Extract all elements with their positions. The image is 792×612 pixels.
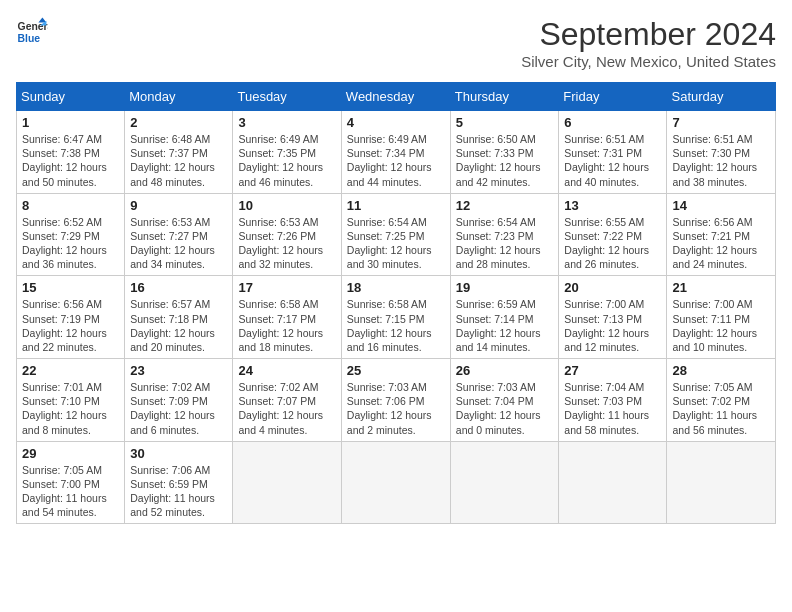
- day-info: Sunrise: 7:03 AM Sunset: 7:04 PM Dayligh…: [456, 380, 554, 437]
- calendar-cell: 19Sunrise: 6:59 AM Sunset: 7:14 PM Dayli…: [450, 276, 559, 359]
- calendar-cell: 30Sunrise: 7:06 AM Sunset: 6:59 PM Dayli…: [125, 441, 233, 524]
- day-number: 29: [22, 446, 119, 461]
- day-number: 21: [672, 280, 770, 295]
- day-info: Sunrise: 6:56 AM Sunset: 7:19 PM Dayligh…: [22, 297, 119, 354]
- day-info: Sunrise: 6:58 AM Sunset: 7:15 PM Dayligh…: [347, 297, 445, 354]
- day-info: Sunrise: 6:59 AM Sunset: 7:14 PM Dayligh…: [456, 297, 554, 354]
- day-number: 30: [130, 446, 227, 461]
- day-number: 22: [22, 363, 119, 378]
- day-info: Sunrise: 7:00 AM Sunset: 7:11 PM Dayligh…: [672, 297, 770, 354]
- day-info: Sunrise: 7:04 AM Sunset: 7:03 PM Dayligh…: [564, 380, 661, 437]
- day-info: Sunrise: 6:54 AM Sunset: 7:23 PM Dayligh…: [456, 215, 554, 272]
- day-number: 24: [238, 363, 335, 378]
- calendar-header-row: SundayMondayTuesdayWednesdayThursdayFrid…: [17, 83, 776, 111]
- day-header-monday: Monday: [125, 83, 233, 111]
- day-info: Sunrise: 6:54 AM Sunset: 7:25 PM Dayligh…: [347, 215, 445, 272]
- calendar-cell: 7Sunrise: 6:51 AM Sunset: 7:30 PM Daylig…: [667, 111, 776, 194]
- day-number: 9: [130, 198, 227, 213]
- day-header-wednesday: Wednesday: [341, 83, 450, 111]
- calendar-cell: 29Sunrise: 7:05 AM Sunset: 7:00 PM Dayli…: [17, 441, 125, 524]
- day-number: 7: [672, 115, 770, 130]
- day-info: Sunrise: 7:02 AM Sunset: 7:07 PM Dayligh…: [238, 380, 335, 437]
- day-header-sunday: Sunday: [17, 83, 125, 111]
- day-number: 27: [564, 363, 661, 378]
- calendar-cell: 27Sunrise: 7:04 AM Sunset: 7:03 PM Dayli…: [559, 359, 667, 442]
- day-number: 16: [130, 280, 227, 295]
- day-info: Sunrise: 6:47 AM Sunset: 7:38 PM Dayligh…: [22, 132, 119, 189]
- day-info: Sunrise: 7:02 AM Sunset: 7:09 PM Dayligh…: [130, 380, 227, 437]
- day-number: 18: [347, 280, 445, 295]
- svg-text:Blue: Blue: [18, 33, 41, 44]
- calendar-cell: 4Sunrise: 6:49 AM Sunset: 7:34 PM Daylig…: [341, 111, 450, 194]
- day-info: Sunrise: 6:52 AM Sunset: 7:29 PM Dayligh…: [22, 215, 119, 272]
- calendar-week-row: 29Sunrise: 7:05 AM Sunset: 7:00 PM Dayli…: [17, 441, 776, 524]
- day-header-saturday: Saturday: [667, 83, 776, 111]
- day-number: 14: [672, 198, 770, 213]
- day-info: Sunrise: 7:06 AM Sunset: 6:59 PM Dayligh…: [130, 463, 227, 520]
- day-number: 1: [22, 115, 119, 130]
- calendar-cell: 16Sunrise: 6:57 AM Sunset: 7:18 PM Dayli…: [125, 276, 233, 359]
- calendar-cell: [559, 441, 667, 524]
- calendar-cell: 5Sunrise: 6:50 AM Sunset: 7:33 PM Daylig…: [450, 111, 559, 194]
- calendar-cell: 20Sunrise: 7:00 AM Sunset: 7:13 PM Dayli…: [559, 276, 667, 359]
- day-header-tuesday: Tuesday: [233, 83, 341, 111]
- day-info: Sunrise: 6:49 AM Sunset: 7:35 PM Dayligh…: [238, 132, 335, 189]
- calendar-week-row: 22Sunrise: 7:01 AM Sunset: 7:10 PM Dayli…: [17, 359, 776, 442]
- day-info: Sunrise: 6:55 AM Sunset: 7:22 PM Dayligh…: [564, 215, 661, 272]
- calendar-cell: 15Sunrise: 6:56 AM Sunset: 7:19 PM Dayli…: [17, 276, 125, 359]
- calendar-cell: 21Sunrise: 7:00 AM Sunset: 7:11 PM Dayli…: [667, 276, 776, 359]
- day-number: 26: [456, 363, 554, 378]
- day-info: Sunrise: 6:57 AM Sunset: 7:18 PM Dayligh…: [130, 297, 227, 354]
- calendar-cell: 23Sunrise: 7:02 AM Sunset: 7:09 PM Dayli…: [125, 359, 233, 442]
- day-number: 3: [238, 115, 335, 130]
- location: Silver City, New Mexico, United States: [521, 53, 776, 70]
- calendar-week-row: 8Sunrise: 6:52 AM Sunset: 7:29 PM Daylig…: [17, 193, 776, 276]
- calendar-cell: [450, 441, 559, 524]
- calendar-cell: 13Sunrise: 6:55 AM Sunset: 7:22 PM Dayli…: [559, 193, 667, 276]
- day-number: 4: [347, 115, 445, 130]
- day-info: Sunrise: 6:51 AM Sunset: 7:31 PM Dayligh…: [564, 132, 661, 189]
- calendar-cell: [667, 441, 776, 524]
- day-number: 19: [456, 280, 554, 295]
- day-header-thursday: Thursday: [450, 83, 559, 111]
- calendar-cell: 25Sunrise: 7:03 AM Sunset: 7:06 PM Dayli…: [341, 359, 450, 442]
- day-number: 8: [22, 198, 119, 213]
- day-info: Sunrise: 6:53 AM Sunset: 7:27 PM Dayligh…: [130, 215, 227, 272]
- day-number: 6: [564, 115, 661, 130]
- calendar-cell: 14Sunrise: 6:56 AM Sunset: 7:21 PM Dayli…: [667, 193, 776, 276]
- day-number: 25: [347, 363, 445, 378]
- day-number: 11: [347, 198, 445, 213]
- day-number: 12: [456, 198, 554, 213]
- month-title: September 2024: [521, 16, 776, 53]
- calendar-cell: 9Sunrise: 6:53 AM Sunset: 7:27 PM Daylig…: [125, 193, 233, 276]
- calendar-cell: 6Sunrise: 6:51 AM Sunset: 7:31 PM Daylig…: [559, 111, 667, 194]
- day-info: Sunrise: 6:58 AM Sunset: 7:17 PM Dayligh…: [238, 297, 335, 354]
- calendar-cell: 2Sunrise: 6:48 AM Sunset: 7:37 PM Daylig…: [125, 111, 233, 194]
- header: General Blue September 2024 Silver City,…: [16, 16, 776, 70]
- day-info: Sunrise: 6:56 AM Sunset: 7:21 PM Dayligh…: [672, 215, 770, 272]
- day-number: 13: [564, 198, 661, 213]
- calendar-cell: 12Sunrise: 6:54 AM Sunset: 7:23 PM Dayli…: [450, 193, 559, 276]
- calendar-cell: 22Sunrise: 7:01 AM Sunset: 7:10 PM Dayli…: [17, 359, 125, 442]
- title-area: September 2024 Silver City, New Mexico, …: [521, 16, 776, 70]
- calendar-cell: 18Sunrise: 6:58 AM Sunset: 7:15 PM Dayli…: [341, 276, 450, 359]
- calendar-week-row: 15Sunrise: 6:56 AM Sunset: 7:19 PM Dayli…: [17, 276, 776, 359]
- calendar-week-row: 1Sunrise: 6:47 AM Sunset: 7:38 PM Daylig…: [17, 111, 776, 194]
- day-info: Sunrise: 7:01 AM Sunset: 7:10 PM Dayligh…: [22, 380, 119, 437]
- logo-icon: General Blue: [16, 16, 48, 48]
- calendar-cell: 17Sunrise: 6:58 AM Sunset: 7:17 PM Dayli…: [233, 276, 341, 359]
- calendar-cell: 3Sunrise: 6:49 AM Sunset: 7:35 PM Daylig…: [233, 111, 341, 194]
- day-info: Sunrise: 7:05 AM Sunset: 7:00 PM Dayligh…: [22, 463, 119, 520]
- calendar-cell: 26Sunrise: 7:03 AM Sunset: 7:04 PM Dayli…: [450, 359, 559, 442]
- logo: General Blue: [16, 16, 48, 48]
- day-number: 17: [238, 280, 335, 295]
- day-info: Sunrise: 7:00 AM Sunset: 7:13 PM Dayligh…: [564, 297, 661, 354]
- day-info: Sunrise: 7:03 AM Sunset: 7:06 PM Dayligh…: [347, 380, 445, 437]
- day-info: Sunrise: 6:50 AM Sunset: 7:33 PM Dayligh…: [456, 132, 554, 189]
- day-info: Sunrise: 6:53 AM Sunset: 7:26 PM Dayligh…: [238, 215, 335, 272]
- svg-marker-2: [38, 18, 46, 23]
- day-number: 5: [456, 115, 554, 130]
- calendar-cell: 28Sunrise: 7:05 AM Sunset: 7:02 PM Dayli…: [667, 359, 776, 442]
- calendar-cell: 1Sunrise: 6:47 AM Sunset: 7:38 PM Daylig…: [17, 111, 125, 194]
- calendar-cell: 24Sunrise: 7:02 AM Sunset: 7:07 PM Dayli…: [233, 359, 341, 442]
